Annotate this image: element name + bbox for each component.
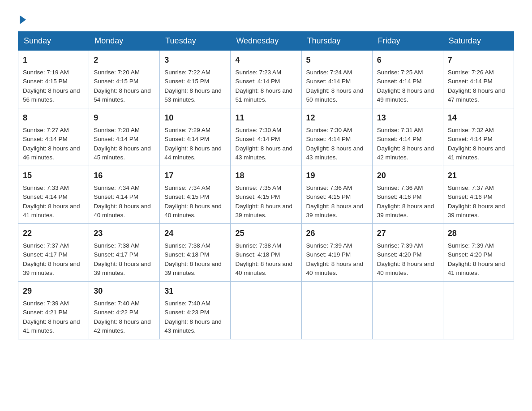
- day-number: 11: [235, 112, 296, 124]
- day-of-week-header: Thursday: [301, 32, 372, 51]
- sunrise-label: Sunrise: 7:24 AM: [306, 69, 352, 76]
- daylight-label: Daylight: 8 hours and 56 minutes.: [23, 87, 80, 103]
- sunset-label: Sunset: 4:14 PM: [448, 136, 493, 142]
- calendar-day-cell: 8 Sunrise: 7:27 AM Sunset: 4:14 PM Dayli…: [18, 108, 89, 166]
- calendar-day-cell: 14 Sunrise: 7:32 AM Sunset: 4:14 PM Dayl…: [443, 108, 514, 166]
- sunset-label: Sunset: 4:14 PM: [306, 78, 351, 85]
- sunrise-label: Sunrise: 7:32 AM: [448, 127, 494, 133]
- sunset-label: Sunset: 4:15 PM: [164, 193, 209, 200]
- logo-arrow-icon: [20, 15, 26, 24]
- sunset-label: Sunset: 4:15 PM: [94, 78, 138, 85]
- daylight-label: Daylight: 8 hours and 40 minutes.: [235, 261, 292, 276]
- sunrise-label: Sunrise: 7:30 AM: [306, 127, 352, 133]
- daylight-label: Daylight: 8 hours and 44 minutes.: [164, 145, 222, 161]
- day-number: 26: [306, 227, 368, 240]
- calendar-day-cell: 27 Sunrise: 7:39 AM Sunset: 4:20 PM Dayl…: [372, 224, 443, 282]
- day-number: 6: [377, 54, 438, 66]
- calendar-week-row: 15 Sunrise: 7:33 AM Sunset: 4:14 PM Dayl…: [18, 166, 514, 224]
- day-number: 30: [94, 285, 155, 297]
- calendar-day-cell: [301, 282, 372, 339]
- sunset-label: Sunset: 4:14 PM: [235, 78, 280, 85]
- day-number: 3: [164, 54, 226, 66]
- calendar-day-cell: 29 Sunrise: 7:39 AM Sunset: 4:21 PM Dayl…: [18, 282, 89, 339]
- day-number: 13: [377, 112, 438, 124]
- sunset-label: Sunset: 4:14 PM: [235, 136, 280, 142]
- calendar-day-cell: 9 Sunrise: 7:28 AM Sunset: 4:14 PM Dayli…: [89, 108, 160, 166]
- calendar-week-row: 22 Sunrise: 7:37 AM Sunset: 4:17 PM Dayl…: [18, 224, 514, 282]
- calendar-day-cell: 2 Sunrise: 7:20 AM Sunset: 4:15 PM Dayli…: [89, 51, 160, 108]
- calendar-day-cell: 28 Sunrise: 7:39 AM Sunset: 4:20 PM Dayl…: [443, 224, 514, 282]
- sunset-label: Sunset: 4:15 PM: [306, 193, 351, 200]
- calendar-day-cell: 20 Sunrise: 7:36 AM Sunset: 4:16 PM Dayl…: [372, 166, 443, 224]
- daylight-label: Daylight: 8 hours and 43 minutes.: [235, 145, 292, 161]
- day-of-week-header: Wednesday: [231, 32, 301, 51]
- sunrise-label: Sunrise: 7:39 AM: [448, 242, 494, 249]
- calendar-day-cell: 11 Sunrise: 7:30 AM Sunset: 4:14 PM Dayl…: [231, 108, 301, 166]
- daylight-label: Daylight: 8 hours and 49 minutes.: [377, 87, 434, 103]
- sunset-label: Sunset: 4:14 PM: [306, 136, 351, 142]
- day-number: 10: [164, 112, 226, 124]
- day-number: 29: [23, 285, 84, 297]
- calendar-day-cell: [372, 282, 443, 339]
- calendar-day-cell: 19 Sunrise: 7:36 AM Sunset: 4:15 PM Dayl…: [301, 166, 372, 224]
- sunset-label: Sunset: 4:14 PM: [94, 136, 138, 142]
- day-number: 23: [94, 227, 155, 240]
- sunset-label: Sunset: 4:14 PM: [23, 193, 68, 200]
- sunset-label: Sunset: 4:14 PM: [94, 193, 138, 200]
- daylight-label: Daylight: 8 hours and 40 minutes.: [377, 261, 434, 276]
- sunrise-label: Sunrise: 7:38 AM: [94, 242, 140, 249]
- calendar-day-cell: 26 Sunrise: 7:39 AM Sunset: 4:19 PM Dayl…: [301, 224, 372, 282]
- sunrise-label: Sunrise: 7:36 AM: [377, 184, 423, 191]
- sunset-label: Sunset: 4:19 PM: [306, 251, 351, 258]
- sunset-label: Sunset: 4:14 PM: [448, 78, 493, 85]
- daylight-label: Daylight: 8 hours and 45 minutes.: [94, 145, 151, 161]
- day-number: 19: [306, 170, 368, 182]
- sunrise-label: Sunrise: 7:38 AM: [235, 242, 281, 249]
- sunrise-label: Sunrise: 7:34 AM: [164, 184, 210, 191]
- sunrise-label: Sunrise: 7:38 AM: [164, 242, 210, 249]
- daylight-label: Daylight: 8 hours and 41 minutes.: [448, 145, 505, 161]
- day-number: 21: [448, 170, 509, 182]
- day-number: 20: [377, 170, 438, 182]
- sunrise-label: Sunrise: 7:20 AM: [94, 69, 140, 76]
- daylight-label: Daylight: 8 hours and 41 minutes.: [23, 203, 80, 218]
- sunset-label: Sunset: 4:16 PM: [448, 193, 493, 200]
- calendar-day-cell: 18 Sunrise: 7:35 AM Sunset: 4:15 PM Dayl…: [231, 166, 301, 224]
- sunrise-label: Sunrise: 7:35 AM: [235, 184, 281, 191]
- daylight-label: Daylight: 8 hours and 39 minutes.: [235, 203, 292, 218]
- calendar-day-cell: [231, 282, 301, 339]
- sunrise-label: Sunrise: 7:39 AM: [306, 242, 352, 249]
- daylight-label: Daylight: 8 hours and 39 minutes.: [94, 261, 151, 276]
- sunrise-label: Sunrise: 7:27 AM: [23, 127, 69, 133]
- daylight-label: Daylight: 8 hours and 39 minutes.: [306, 203, 364, 218]
- calendar-day-cell: 10 Sunrise: 7:29 AM Sunset: 4:14 PM Dayl…: [160, 108, 231, 166]
- daylight-label: Daylight: 8 hours and 42 minutes.: [94, 318, 151, 334]
- calendar-week-row: 29 Sunrise: 7:39 AM Sunset: 4:21 PM Dayl…: [18, 282, 514, 339]
- daylight-label: Daylight: 8 hours and 42 minutes.: [377, 145, 434, 161]
- daylight-label: Daylight: 8 hours and 39 minutes.: [448, 203, 505, 218]
- day-number: 14: [448, 112, 509, 124]
- calendar-day-cell: 13 Sunrise: 7:31 AM Sunset: 4:14 PM Dayl…: [372, 108, 443, 166]
- day-number: 24: [164, 227, 226, 240]
- day-number: 2: [94, 54, 155, 66]
- daylight-label: Daylight: 8 hours and 40 minutes.: [164, 203, 222, 218]
- calendar-day-cell: 5 Sunrise: 7:24 AM Sunset: 4:14 PM Dayli…: [301, 51, 372, 108]
- sunrise-label: Sunrise: 7:28 AM: [94, 127, 140, 133]
- day-number: 28: [448, 227, 509, 240]
- sunset-label: Sunset: 4:15 PM: [164, 78, 209, 85]
- logo: [18, 13, 26, 22]
- daylight-label: Daylight: 8 hours and 54 minutes.: [94, 87, 151, 103]
- calendar-day-cell: 1 Sunrise: 7:19 AM Sunset: 4:15 PM Dayli…: [18, 51, 89, 108]
- sunset-label: Sunset: 4:21 PM: [23, 309, 68, 316]
- calendar-week-row: 1 Sunrise: 7:19 AM Sunset: 4:15 PM Dayli…: [18, 51, 514, 108]
- sunrise-label: Sunrise: 7:19 AM: [23, 69, 69, 76]
- sunset-label: Sunset: 4:14 PM: [23, 136, 68, 142]
- sunset-label: Sunset: 4:16 PM: [377, 193, 422, 200]
- calendar-day-cell: 23 Sunrise: 7:38 AM Sunset: 4:17 PM Dayl…: [89, 224, 160, 282]
- daylight-label: Daylight: 8 hours and 41 minutes.: [448, 261, 505, 276]
- sunset-label: Sunset: 4:14 PM: [377, 136, 422, 142]
- calendar-day-cell: 22 Sunrise: 7:37 AM Sunset: 4:17 PM Dayl…: [18, 224, 89, 282]
- daylight-label: Daylight: 8 hours and 40 minutes.: [94, 203, 151, 218]
- sunrise-label: Sunrise: 7:37 AM: [448, 184, 494, 191]
- calendar-table: SundayMondayTuesdayWednesdayThursdayFrid…: [18, 31, 514, 339]
